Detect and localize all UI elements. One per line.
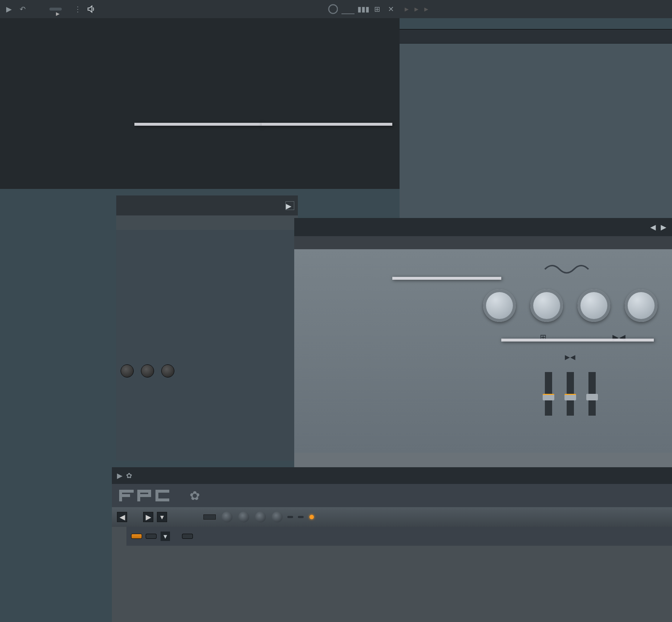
fpc-settings-icon[interactable]: ✿: [190, 488, 203, 503]
channel-context-menu: [134, 123, 262, 126]
mixer-knob[interactable]: [141, 364, 154, 377]
fpc-logo: ✿: [112, 484, 672, 507]
step-mode-icon[interactable]: [341, 4, 355, 14]
pad-menu-icon[interactable]: ▾: [157, 512, 167, 522]
fpc-panel: ▶ ✿ ✿ ◀ ▶ ▾ ▾: [112, 467, 672, 622]
extra-knob[interactable]: [625, 289, 657, 322]
sp-knob[interactable]: [483, 289, 516, 322]
play-icon[interactable]: ▶: [4, 4, 14, 14]
fpc-action-bar: ▾: [126, 527, 672, 546]
prev-preset-icon[interactable]: ◀: [650, 223, 656, 231]
mixer-tabs: [116, 215, 298, 230]
fpc-knob[interactable]: [222, 512, 232, 522]
delete-button[interactable]: [146, 534, 156, 538]
bars-icon[interactable]: ▮▮▮: [358, 4, 368, 14]
fpc-knob[interactable]: [255, 512, 266, 522]
fpc-knob[interactable]: [272, 512, 283, 522]
mixer-columns: [116, 230, 298, 357]
osc-header: ◀ ▶: [294, 218, 672, 236]
mixer-knob[interactable]: [121, 364, 134, 377]
sample-name[interactable]: [203, 514, 216, 520]
playlist-body[interactable]: [400, 44, 672, 218]
channel-context-submenu: [262, 123, 392, 126]
solo-chip[interactable]: [298, 516, 304, 518]
fpc-header: ▶ ✿: [112, 467, 672, 484]
fpc-pad-grid: [112, 527, 126, 549]
layer-list: [126, 546, 672, 549]
coarse-knob[interactable]: [530, 289, 563, 322]
channel-rack-header: ▶ ↶ ⋮ ▮▮▮ ⊞ ✕: [0, 0, 400, 18]
pad-prev-icon[interactable]: ◀: [117, 512, 127, 522]
osc-panel: ◀ ▶ ⊞ ▶◀ ▶◀: [294, 218, 672, 469]
link2-icon[interactable]: ▶◀: [565, 353, 576, 361]
svg-rect-6: [137, 490, 140, 501]
channel-list: [0, 18, 400, 189]
speaker-icon[interactable]: [86, 4, 97, 14]
phase-slider[interactable]: [545, 372, 552, 416]
fine-knob[interactable]: [578, 289, 610, 322]
mixer-header: ▶: [116, 195, 298, 215]
grid-icon[interactable]: ⊞: [372, 4, 382, 14]
spread-button[interactable]: [182, 534, 193, 538]
playlist-ruler[interactable]: [400, 29, 672, 44]
midi-channel-submenu: [501, 339, 654, 342]
svg-rect-3: [119, 490, 122, 501]
fpc-play-icon[interactable]: ▶: [117, 471, 122, 480]
svg-point-0: [329, 5, 337, 13]
mixer-knob[interactable]: [161, 364, 174, 377]
create-button[interactable]: [131, 534, 142, 538]
close-icon[interactable]: ✕: [386, 4, 396, 14]
playlist-header: ▸ ▸ ▸: [400, 0, 672, 18]
pad-next-icon[interactable]: ▶: [143, 512, 153, 522]
mixer-bottom-knobs: [116, 362, 298, 380]
pad-selector[interactable]: [131, 516, 139, 518]
fpc-gear-icon[interactable]: ✿: [126, 471, 132, 480]
mixer-panel: ▶: [116, 195, 298, 461]
channel-rack-panel: ▶ ↶ ⋮ ▮▮▮ ⊞ ✕: [0, 0, 400, 189]
osc-controls: ⊞ ▶◀ ▶◀: [476, 257, 665, 445]
fpc-knob[interactable]: [238, 512, 249, 522]
mixer-opt-icon[interactable]: ▶: [286, 201, 294, 210]
svg-rect-7: [148, 490, 151, 497]
action-menu-icon[interactable]: ▾: [161, 532, 170, 541]
vol-slider[interactable]: [588, 372, 596, 416]
fpc-pad-grid-row2: [112, 549, 672, 555]
mute-chip[interactable]: [287, 516, 293, 518]
fpc-toolbar: ◀ ▶ ▾: [112, 507, 672, 527]
receive-notes-submenu: [392, 277, 501, 280]
scale-led-icon: [309, 515, 314, 519]
osc-title: [294, 236, 672, 249]
undo-icon[interactable]: ↶: [17, 4, 28, 14]
channel-filter-dropdown[interactable]: [49, 8, 62, 11]
next-preset-icon[interactable]: ▶: [661, 223, 666, 231]
add-channel-button[interactable]: [0, 22, 400, 36]
svg-rect-10: [155, 490, 158, 501]
wave-preview-icon: [541, 260, 599, 278]
detune-slider[interactable]: [567, 372, 574, 416]
circle-icon[interactable]: [328, 4, 338, 14]
menu-dots-icon[interactable]: ⋮: [73, 4, 83, 14]
